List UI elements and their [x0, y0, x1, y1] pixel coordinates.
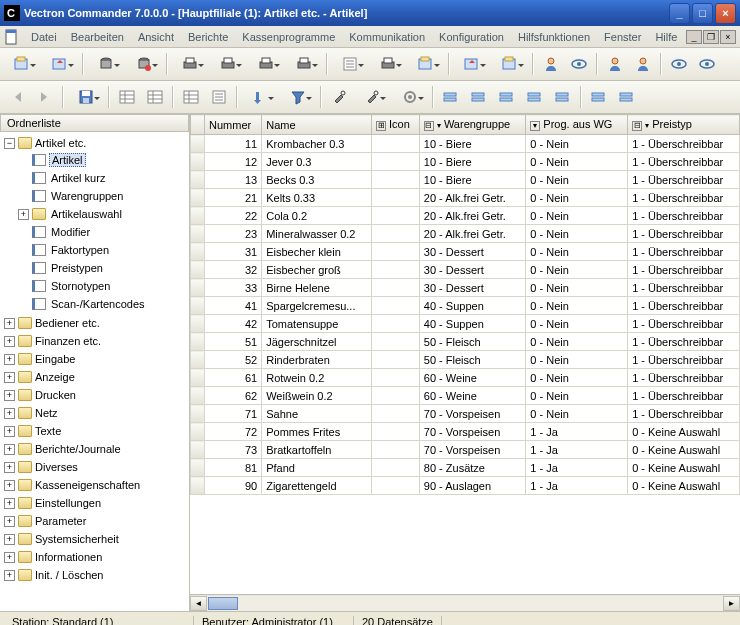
cell-preistyp[interactable]: 1 - Überschreibbar	[628, 135, 740, 153]
cell-preistyp[interactable]: 0 - Keine Auswahl	[628, 477, 740, 495]
collapse-icon[interactable]: −	[4, 138, 15, 149]
row-dup-btn[interactable]	[522, 84, 548, 110]
row-header[interactable]	[191, 441, 205, 459]
row-add-btn[interactable]	[438, 84, 464, 110]
watch-btn[interactable]	[694, 51, 720, 77]
row-header[interactable]	[191, 387, 205, 405]
db-sync-btn[interactable]	[126, 51, 162, 77]
cell-icon[interactable]	[372, 441, 420, 459]
col-header-nummer[interactable]: Nummer	[205, 115, 262, 135]
menu-fenster[interactable]: Fenster	[597, 29, 648, 45]
row-del-btn[interactable]	[494, 84, 520, 110]
tree-item[interactable]: +Eingabe	[4, 351, 187, 367]
cell-warengruppe[interactable]: 80 - Zusätze	[419, 459, 526, 477]
user-view-btn[interactable]	[566, 51, 592, 77]
cell-nummer[interactable]: 31	[205, 243, 262, 261]
cell-preistyp[interactable]: 1 - Überschreibbar	[628, 351, 740, 369]
cell-preistyp[interactable]: 1 - Überschreibbar	[628, 189, 740, 207]
send-up-btn[interactable]	[492, 51, 528, 77]
cell-name[interactable]: Bratkartoffeln	[262, 441, 372, 459]
data-grid[interactable]: NummerName⊞Icon⊟▾ Warengruppe▾Prog. aus …	[190, 114, 740, 594]
horizontal-scrollbar[interactable]: ◄ ►	[190, 594, 740, 611]
cell-warengruppe[interactable]: 20 - Alk.frei Getr.	[419, 225, 526, 243]
cell-prog[interactable]: 1 - Ja	[526, 441, 628, 459]
cell-nummer[interactable]: 71	[205, 405, 262, 423]
cell-nummer[interactable]: 51	[205, 333, 262, 351]
table-row[interactable]: 41Spargelcremesu...40 - Suppen0 - Nein1 …	[191, 297, 740, 315]
tree-item[interactable]: +Bediener etc.	[4, 315, 187, 331]
cell-prog[interactable]: 0 - Nein	[526, 369, 628, 387]
tree-item[interactable]: +Parameter	[4, 513, 187, 529]
cell-nummer[interactable]: 32	[205, 261, 262, 279]
cell-nummer[interactable]: 13	[205, 171, 262, 189]
tree-item[interactable]: Artikel kurz	[4, 170, 187, 186]
cell-prog[interactable]: 0 - Nein	[526, 261, 628, 279]
expand-icon[interactable]: +	[4, 336, 15, 347]
table-row[interactable]: 61Rotwein 0.260 - Weine0 - Nein1 - Übers…	[191, 369, 740, 387]
minimize-button[interactable]: _	[669, 3, 690, 24]
cell-nummer[interactable]: 41	[205, 297, 262, 315]
cell-preistyp[interactable]: 1 - Überschreibbar	[628, 405, 740, 423]
cell-preistyp[interactable]: 0 - Keine Auswahl	[628, 441, 740, 459]
tree-item[interactable]: Faktortypen	[4, 242, 187, 258]
column-icon[interactable]: ⊞	[376, 121, 386, 131]
cell-prog[interactable]: 0 - Nein	[526, 333, 628, 351]
tree-item[interactable]: Warengruppen	[4, 188, 187, 204]
cell-prog[interactable]: 0 - Nein	[526, 189, 628, 207]
cell-prog[interactable]: 0 - Nein	[526, 243, 628, 261]
mdi-restore-button[interactable]: ❐	[703, 30, 719, 44]
cell-icon[interactable]	[372, 171, 420, 189]
scroll-left-button[interactable]: ◄	[190, 596, 207, 611]
cell-icon[interactable]	[372, 207, 420, 225]
row-header[interactable]	[191, 405, 205, 423]
gear-btn[interactable]	[392, 84, 428, 110]
tree-item[interactable]: +Diverses	[4, 459, 187, 475]
mdi-minimize-button[interactable]: _	[686, 30, 702, 44]
table-row[interactable]: 22Cola 0.220 - Alk.frei Getr.0 - Nein1 -…	[191, 207, 740, 225]
expand-icon[interactable]: +	[4, 408, 15, 419]
tree-item[interactable]: Scan-/Kartencodes	[4, 296, 187, 312]
col-header-progauswg[interactable]: ▾Prog. aus WG	[526, 115, 628, 135]
cell-icon[interactable]	[372, 369, 420, 387]
cell-warengruppe[interactable]: 10 - Biere	[419, 135, 526, 153]
tree-item[interactable]: +Anzeige	[4, 369, 187, 385]
expand-icon[interactable]: +	[4, 390, 15, 401]
expand-icon[interactable]: +	[4, 498, 15, 509]
table-view-btn[interactable]	[178, 84, 204, 110]
cell-nummer[interactable]: 81	[205, 459, 262, 477]
row-header[interactable]	[191, 315, 205, 333]
cell-warengruppe[interactable]: 70 - Vorspeisen	[419, 423, 526, 441]
cell-name[interactable]: Jägerschnitzel	[262, 333, 372, 351]
tree-item[interactable]: Preistypen	[4, 260, 187, 276]
cell-name[interactable]: Eisbecher groß	[262, 261, 372, 279]
list-view-btn[interactable]	[206, 84, 232, 110]
send-down-btn[interactable]	[454, 51, 490, 77]
column-icon[interactable]: ⊟	[424, 121, 434, 131]
menu-hilfsfunktionen[interactable]: Hilfsfunktionen	[511, 29, 597, 45]
menu-hilfe[interactable]: Hilfe	[648, 29, 684, 45]
cell-warengruppe[interactable]: 20 - Alk.frei Getr.	[419, 207, 526, 225]
col-header-warengruppe[interactable]: ⊟▾ Warengruppe	[419, 115, 526, 135]
cell-name[interactable]: Jever 0.3	[262, 153, 372, 171]
row-header[interactable]	[191, 297, 205, 315]
cell-preistyp[interactable]: 1 - Überschreibbar	[628, 207, 740, 225]
table-row[interactable]: 32Eisbecher groß30 - Dessert0 - Nein1 - …	[191, 261, 740, 279]
table-row[interactable]: 31Eisbecher klein30 - Dessert0 - Nein1 -…	[191, 243, 740, 261]
cell-warengruppe[interactable]: 10 - Biere	[419, 171, 526, 189]
tree-item[interactable]: +Berichte/Journale	[4, 441, 187, 457]
nav-prev-btn[interactable]	[4, 84, 30, 110]
row-clear-btn[interactable]	[550, 84, 576, 110]
cell-preistyp[interactable]: 1 - Überschreibbar	[628, 315, 740, 333]
cell-icon[interactable]	[372, 351, 420, 369]
doc-view-btn[interactable]	[332, 51, 368, 77]
broadcast-btn[interactable]	[666, 51, 692, 77]
cell-name[interactable]: Rotwein 0.2	[262, 369, 372, 387]
tree-item[interactable]: +Init. / Löschen	[4, 567, 187, 583]
cell-nummer[interactable]: 61	[205, 369, 262, 387]
tool-btn[interactable]	[326, 84, 352, 110]
cell-nummer[interactable]: 11	[205, 135, 262, 153]
cell-name[interactable]: Becks 0.3	[262, 171, 372, 189]
cell-prog[interactable]: 0 - Nein	[526, 297, 628, 315]
table-row[interactable]: 42Tomatensuppe40 - Suppen0 - Nein1 - Übe…	[191, 315, 740, 333]
cell-name[interactable]: Birne Helene	[262, 279, 372, 297]
